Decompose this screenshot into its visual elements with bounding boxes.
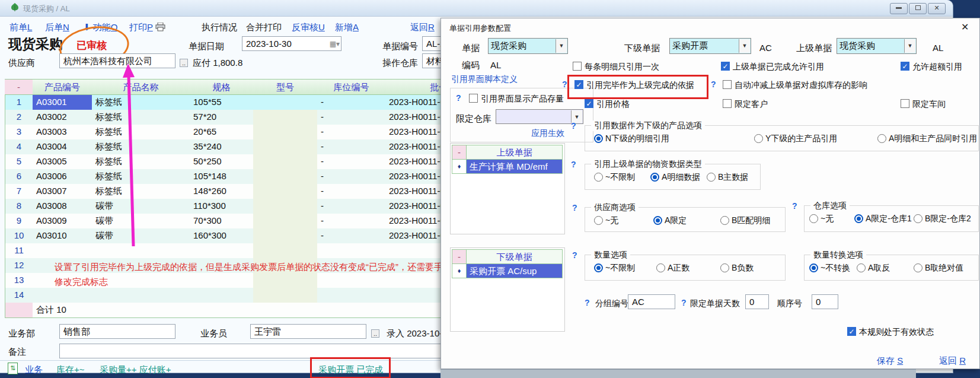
radio-A正数[interactable] <box>656 263 665 272</box>
toolbar-item-合并打印[interactable]: 合并打印 <box>246 22 282 33</box>
window-titlebar[interactable]: 现货采购 / AL ✕ <box>0 0 953 17</box>
table-cell[interactable]: A03002 <box>33 110 92 125</box>
minimize-button[interactable] <box>890 3 908 14</box>
table-cell[interactable]: 13 <box>5 273 33 288</box>
table-cell[interactable]: A03001 <box>33 95 92 110</box>
table-cell[interactable]: 35*240 <box>190 139 254 155</box>
radio-A限定-仓库1[interactable] <box>854 214 863 223</box>
cb_over-checkbox[interactable]: ✓ <box>901 62 909 71</box>
question-mark[interactable]: ? <box>711 80 716 89</box>
table-cell[interactable]: 50*250 <box>190 154 254 170</box>
table-cell[interactable]: 110*300 <box>190 199 254 214</box>
table-cell[interactable]: - <box>317 95 386 110</box>
radio-B取绝对值[interactable] <box>914 263 922 272</box>
child-doc-combobox[interactable]: 采购开票▼ <box>669 38 751 54</box>
table-cell[interactable]: 105*148 <box>190 169 254 185</box>
table-cell[interactable]: 148*260 <box>190 184 254 199</box>
table-cell[interactable]: 6 <box>5 169 33 185</box>
table-cell[interactable]: 8 <box>5 199 33 214</box>
table-cell[interactable]: - <box>317 139 386 155</box>
table-cell[interactable] <box>253 110 318 125</box>
question-mark[interactable]: ? <box>571 121 576 131</box>
doc-type-combobox[interactable]: 现货采购▼ <box>488 38 568 54</box>
toolbar-item-新增[interactable]: 新增A <box>335 22 359 33</box>
radio-~不限制[interactable] <box>594 263 603 272</box>
table-cell[interactable]: 57*20 <box>190 110 254 125</box>
table-cell[interactable] <box>253 288 318 303</box>
close-button[interactable]: ✕ <box>928 3 946 14</box>
table-cell[interactable]: 70*300 <box>190 214 254 229</box>
table-cell[interactable]: A03006 <box>33 169 92 185</box>
calendar-icon[interactable]: ▦▾ <box>330 38 340 50</box>
save-button[interactable]: 保存 S <box>877 355 903 367</box>
table-cell[interactable] <box>317 273 386 288</box>
table-cell[interactable]: A03009 <box>33 214 92 229</box>
table-cell[interactable] <box>253 154 318 170</box>
question-mark[interactable]: ? <box>572 203 577 212</box>
cb_customer-checkbox[interactable] <box>723 99 732 108</box>
table-cell[interactable]: 2 <box>5 110 33 125</box>
seq-no-input[interactable]: 0 <box>812 294 838 309</box>
table-cell[interactable]: 14 <box>5 288 33 303</box>
cb_auto_offset-checkbox[interactable] <box>723 80 732 89</box>
table-cell[interactable] <box>253 199 318 214</box>
cb_show_stock-checkbox[interactable] <box>469 94 478 103</box>
dept-input[interactable]: 销售部 <box>59 324 175 339</box>
column-header-3[interactable]: 规格 <box>190 79 254 95</box>
table-cell[interactable]: 9 <box>5 214 33 229</box>
radio-A限定[interactable] <box>653 216 662 225</box>
radio-~不限制[interactable] <box>594 173 603 182</box>
radio-A取反[interactable] <box>857 263 866 272</box>
radio-B限定-仓库2[interactable] <box>914 214 922 223</box>
table-cell[interactable]: A03003 <box>33 125 92 140</box>
column-header-4[interactable]: 型号 <box>253 79 318 95</box>
table-cell[interactable] <box>317 288 386 303</box>
date-input[interactable]: 2023-10-30 ▦▾ <box>242 36 341 51</box>
table-cell[interactable]: A03007 <box>33 184 92 199</box>
script-define-link[interactable]: 引用界面脚本定义 <box>451 74 518 85</box>
question-mark[interactable]: ? <box>571 160 576 169</box>
footer-tab-采购量++ 应付账+[interactable]: 采购量++ 应付账+ <box>100 364 171 376</box>
table-cell[interactable] <box>253 95 318 110</box>
radio-A明细和主产品同时引用[interactable] <box>877 134 886 143</box>
clerk-input[interactable]: 王宇雷 <box>250 324 366 339</box>
maximize-button[interactable] <box>909 3 927 14</box>
table-cell[interactable]: A03010 <box>33 228 92 244</box>
supplier-lookup-button[interactable]: .. <box>180 59 188 67</box>
toolbar-item-后单[interactable]: 后单N <box>45 22 69 33</box>
table-cell[interactable]: A03005 <box>33 154 92 170</box>
table-cell[interactable]: 5 <box>5 154 33 170</box>
cb_once-checkbox[interactable] <box>573 62 582 71</box>
table-cell[interactable]: - <box>317 169 386 185</box>
apply-effect-link[interactable]: 应用生效 <box>531 128 564 139</box>
radio-B主数据[interactable] <box>707 173 716 182</box>
printer-icon[interactable] <box>153 22 165 32</box>
cb_ref_done-checkbox[interactable]: ✓ <box>574 80 583 89</box>
footer-tab-业务[interactable]: 业务 <box>25 364 43 376</box>
radio-~无[interactable] <box>809 214 818 223</box>
table-cell[interactable]: 1 <box>5 95 33 110</box>
table-cell[interactable] <box>253 228 318 244</box>
table-cell[interactable]: - <box>317 228 386 244</box>
table-cell[interactable]: 160*300 <box>190 228 254 244</box>
table-cell[interactable]: 3 <box>5 125 33 140</box>
column-header-5[interactable]: 库位编号 <box>317 79 386 95</box>
question-mark[interactable]: ? <box>585 298 590 307</box>
column-header-1[interactable]: 产品编号 <box>33 79 92 95</box>
table-cell[interactable]: 12 <box>5 258 33 274</box>
table-cell[interactable] <box>253 125 318 140</box>
table-cell[interactable]: - <box>317 125 386 140</box>
question-mark[interactable]: ? <box>681 298 687 307</box>
column-header-0[interactable]: - <box>5 79 33 95</box>
dialog-close-icon[interactable]: ✕ <box>961 21 969 33</box>
parent-doc-combobox[interactable]: 现货采购▼ <box>837 38 917 54</box>
table-cell[interactable]: 20*65 <box>190 125 254 140</box>
cb_parent_done_allow-checkbox[interactable]: ✓ <box>721 62 730 71</box>
table-cell[interactable] <box>33 288 92 303</box>
question-mark[interactable]: ? <box>572 250 577 260</box>
table-cell[interactable]: A03004 <box>33 139 92 155</box>
table-cell[interactable] <box>253 243 318 259</box>
toolbar-item-执行情况[interactable]: 执行情况 <box>202 22 237 33</box>
question-mark[interactable]: ? <box>792 201 797 211</box>
table-cell[interactable] <box>190 273 254 288</box>
